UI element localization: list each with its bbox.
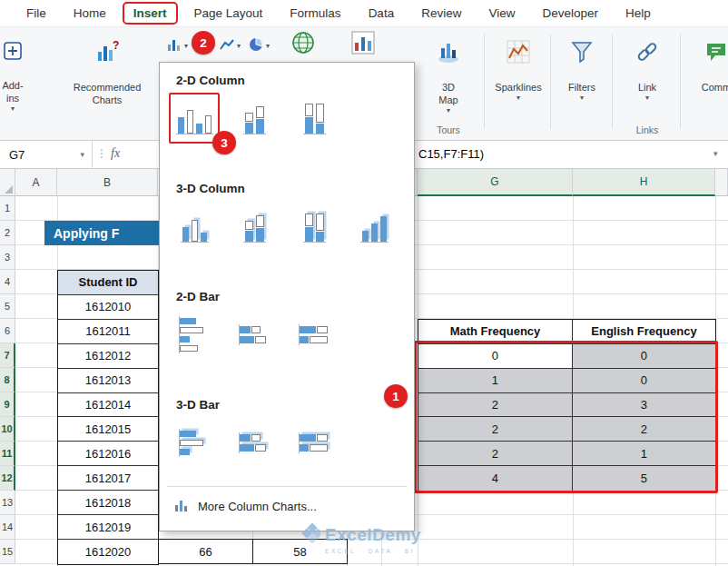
section-title-2d-bar: 2-D Bar	[176, 290, 414, 303]
section-title-2d-column: 2-D Column	[176, 74, 414, 87]
tab-data[interactable]: Data	[355, 0, 408, 27]
add-ins-label-2: ins	[6, 92, 19, 104]
chart-option-3d-100-stacked-column[interactable]	[292, 204, 336, 248]
3d-map-button[interactable]: 3D Map ▾	[414, 40, 483, 115]
tab-developer[interactable]: Developer	[528, 0, 612, 27]
pivotchart-button[interactable]	[350, 35, 376, 55]
cell-B7[interactable]: 1612012	[58, 344, 158, 369]
cell-B5[interactable]: 1612010	[58, 295, 158, 320]
chart-option-clustered-bar[interactable]	[172, 313, 216, 356]
group-label-tours: Tours	[414, 124, 483, 135]
tab-review[interactable]: Review	[408, 0, 475, 27]
cell-C15[interactable]: 66	[158, 539, 253, 564]
chevron-down-icon[interactable]: ▾	[80, 150, 84, 159]
row-header-12[interactable]: 12	[0, 466, 15, 491]
cell-B10[interactable]: 1612015	[58, 417, 158, 442]
row-header-6[interactable]: 6	[0, 319, 15, 343]
tab-page-layout[interactable]: Page Layout	[181, 0, 277, 27]
link-button[interactable]: Link ▾	[614, 40, 681, 103]
cell-B11[interactable]: 1612016	[58, 442, 158, 466]
group-separator	[680, 35, 681, 129]
comment-button[interactable]: Comm	[683, 40, 728, 94]
cell-B9[interactable]: 1612014	[58, 393, 158, 418]
chart-option-stacked-column[interactable]	[232, 96, 276, 140]
name-box[interactable]: G7 ▾	[0, 141, 93, 168]
chart-option-3d-100-stacked-bar[interactable]	[292, 421, 336, 464]
chart-option-stacked-bar[interactable]	[232, 313, 276, 356]
recommended-charts-button[interactable]: ? Recommended Charts	[56, 40, 158, 106]
row-header-1[interactable]: 1	[0, 196, 15, 221]
cell-B6[interactable]: 1612011	[58, 320, 158, 344]
tab-home[interactable]: Home	[60, 0, 120, 27]
link-label: Link	[638, 81, 656, 94]
3d-map-icon	[437, 40, 460, 67]
row-header-3[interactable]: 3	[0, 245, 15, 270]
formula-bar-expand-icon[interactable]: ▾	[713, 149, 718, 158]
cell-B13[interactable]: 1612018	[58, 491, 158, 515]
stacked-column-icon	[243, 103, 266, 134]
chart-option-3d-stacked-column[interactable]	[232, 204, 276, 248]
ribbon-tabs-bar: File Home Insert Page Layout Formulas Da…	[0, 0, 728, 27]
row-header-8[interactable]: 8	[0, 368, 15, 392]
add-ins-label-1: Add-	[2, 79, 23, 92]
fx-button[interactable]: fx	[111, 146, 120, 161]
chart-options-row	[160, 421, 414, 464]
excel-window: { "colors": { "annotation_red": "#e02020…	[0, 0, 728, 566]
filters-button[interactable]: Filters ▾	[552, 40, 612, 103]
chart-option-3d-clustered-bar[interactable]	[172, 421, 216, 464]
3d-column-icon	[360, 211, 389, 243]
cell-B15[interactable]: 1612020	[58, 540, 158, 564]
row-header-13[interactable]: 13	[0, 491, 15, 515]
chart-option-3d-clustered-column[interactable]	[172, 204, 216, 248]
hundred-stacked-column-icon	[303, 103, 326, 134]
chart-option-100-stacked-bar[interactable]	[292, 313, 336, 356]
select-all-button[interactable]	[0, 169, 15, 196]
chevron-down-icon: ▾	[580, 94, 584, 103]
tab-file[interactable]: File	[13, 0, 60, 27]
maps-button[interactable]	[290, 35, 316, 55]
more-column-charts-item[interactable]: More Column Charts...	[160, 492, 414, 521]
chevron-down-icon: ▾	[11, 104, 15, 114]
tab-insert[interactable]: Insert	[120, 0, 181, 27]
annotation-selected-range-box	[414, 341, 718, 493]
chart-option-100-stacked-column[interactable]	[292, 96, 336, 140]
group-separator	[612, 35, 613, 129]
row-header-15[interactable]: 15	[0, 540, 15, 564]
chevron-down-icon: ▾	[516, 94, 520, 103]
chart-option-clustered-column[interactable]: 3	[172, 96, 216, 140]
chart-option-3d-stacked-bar[interactable]	[232, 421, 276, 464]
formula-input[interactable]: C15,F7:F11)	[418, 147, 484, 161]
row-header-14[interactable]: 14	[0, 515, 15, 540]
recommended-charts-icon: ?	[95, 40, 119, 67]
title-banner-cell[interactable]: Applying F	[44, 221, 160, 245]
col-header-B[interactable]: B	[57, 169, 158, 196]
row-header-11[interactable]: 11	[0, 442, 15, 466]
cell-B12[interactable]: 1612017	[58, 466, 158, 491]
col-header-G[interactable]: G	[418, 169, 573, 196]
sparklines-button[interactable]: Sparklines ▾	[485, 40, 552, 103]
cell-B14[interactable]: 1612019	[58, 515, 158, 540]
insert-line-chart-button[interactable]: ▾	[220, 36, 241, 56]
3d-clustered-bar-icon	[179, 429, 211, 457]
dropdown-section-3d-bar: 3-D Bar	[160, 398, 414, 464]
cell-B8[interactable]: 1612013	[58, 369, 158, 393]
cell-B4[interactable]: Student ID	[58, 271, 158, 295]
col-header-A[interactable]: A	[15, 169, 57, 196]
tab-formulas[interactable]: Formulas	[276, 0, 354, 27]
tab-view[interactable]: View	[475, 0, 528, 27]
col-header-H[interactable]: H	[573, 169, 715, 196]
row-header-7[interactable]: 7	[0, 343, 15, 368]
insert-column-chart-button[interactable]: ▾	[167, 36, 188, 56]
row-header-10[interactable]: 10	[0, 417, 15, 442]
row-header-2[interactable]: 2	[0, 221, 15, 245]
student-id-table: Student ID 1612010 1612011 1612012 16120…	[57, 270, 159, 565]
tab-help[interactable]: Help	[612, 0, 664, 27]
row-header-4[interactable]: 4	[0, 270, 15, 294]
add-ins-button[interactable]: Add- ins ▾	[0, 40, 40, 114]
insert-pie-chart-button[interactable]: ▾	[249, 36, 270, 56]
chevron-down-icon: ▾	[266, 42, 270, 51]
row-header-9[interactable]: 9	[0, 392, 15, 417]
row-header-5[interactable]: 5	[0, 294, 15, 319]
col-header-I[interactable]	[715, 169, 728, 196]
chart-option-3d-column[interactable]	[352, 204, 396, 248]
